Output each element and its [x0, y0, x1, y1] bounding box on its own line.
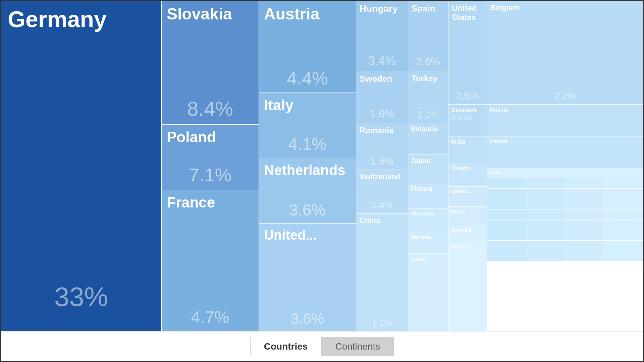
belgium-label: Belgium — [490, 3, 640, 12]
tiny-cell-27[interactable] — [565, 241, 604, 251]
tiny-cell-29[interactable] — [487, 251, 526, 261]
tiny-cell-15[interactable] — [565, 209, 604, 220]
tiny-cell-3[interactable] — [565, 178, 604, 188]
tiny-cell-19[interactable] — [565, 220, 604, 230]
treemap-cell-slovenia[interactable]: Slovenia — [408, 208, 448, 232]
treemap-cell-norway[interactable]: Norway — [408, 232, 448, 254]
tiny-cell-22[interactable] — [526, 230, 565, 240]
treemap-cell-ireland[interactable]: Ireland — [487, 136, 643, 168]
treemap-cell-russia[interactable]: Russia — [487, 105, 643, 136]
treemap-cell-us[interactable]: United States 2.5% — [448, 1, 487, 105]
tiny-cell-25[interactable] — [487, 241, 526, 251]
tiny-cell-31[interactable] — [565, 251, 604, 261]
tiny-cell-26[interactable] — [526, 241, 565, 251]
tiny-cell-8[interactable] — [604, 189, 643, 199]
tab-bar: Countries Continents — [1, 331, 643, 361]
russia-label: Russia — [490, 107, 508, 113]
tiny-cell-10[interactable] — [526, 199, 565, 209]
china-label: China — [360, 216, 405, 225]
treemap-cell-japan[interactable]: Japan — [408, 155, 448, 183]
treemap-cell-netherlands[interactable]: Netherlands 3.6% — [259, 158, 356, 224]
treemap-cell-israel[interactable]: Israel — [408, 254, 448, 331]
treemap-cell-slovakia[interactable]: Slovakia 8.4% — [162, 1, 259, 125]
treemap-cell-poland[interactable]: Poland 7.1% — [162, 125, 259, 190]
denmark-label: Denmark — [451, 107, 477, 113]
col-austria: Austria 4.4% Italy 4.1% Netherlands 3.6%… — [259, 1, 356, 331]
croatia-label: Croatia — [451, 165, 471, 172]
tiny-cell-5[interactable] — [487, 189, 526, 199]
treemap-cell-greece[interactable]: Greece — [448, 242, 487, 331]
tab-continents[interactable]: Continents — [321, 337, 394, 356]
treemap-cell-switzerland[interactable]: Switzerland 1.4% — [356, 170, 408, 214]
treemap-cell-turkey[interactable]: Turkey 1.1% — [408, 71, 448, 123]
netherlands-label: Netherlands — [264, 162, 351, 178]
tiny-cell-23[interactable] — [565, 230, 604, 240]
switzerland-label: Switzerland — [360, 173, 405, 181]
tiny-cell-32[interactable] — [604, 251, 643, 261]
sweden-pct: 1.6% — [360, 108, 405, 120]
tiny-cell-6[interactable] — [526, 189, 565, 199]
turkey-pct: 1.1% — [412, 109, 445, 120]
japan-label: Japan — [411, 157, 430, 164]
tiny-cell-14[interactable] — [526, 209, 565, 220]
tab-countries[interactable]: Countries — [250, 337, 322, 356]
tiny-cell-11[interactable] — [565, 199, 604, 209]
netherlands-pct: 3.6% — [264, 201, 351, 219]
tiny-cell-28[interactable] — [604, 241, 643, 251]
treemap-cell-united-dot[interactable]: United... — [448, 187, 487, 207]
treemap-cell-latvia[interactable]: Latvia — [487, 168, 643, 178]
col-middle: Slovakia 8.4% Poland 7.1% France 4.7% — [162, 1, 259, 331]
uk-label: United... — [264, 228, 351, 243]
micro-cells — [487, 178, 643, 331]
treemap-cell-india[interactable]: India — [448, 136, 487, 163]
tiny-cell-12[interactable] — [604, 199, 643, 209]
tiny-cell-9[interactable] — [487, 199, 526, 209]
tiny-cell-20[interactable] — [604, 220, 643, 230]
tiny-cell-16[interactable] — [604, 209, 643, 220]
treemap-cell-sweden[interactable]: Sweden 1.6% — [356, 71, 408, 123]
treemap-cell-bulgaria[interactable]: Bulgaria — [408, 123, 448, 155]
tiny-cell-30[interactable] — [526, 251, 565, 261]
spain-label: Spain — [412, 3, 445, 14]
poland-label: Poland — [167, 129, 254, 145]
israel-label: Israel — [411, 256, 426, 262]
tiny-cell-17[interactable] — [487, 220, 526, 230]
treemap-cell-spain[interactable]: Spain 2.6% — [408, 1, 448, 71]
treemap-cell-china[interactable]: China 1.1% — [356, 214, 408, 331]
tiny-cell-13[interactable] — [487, 209, 526, 220]
treemap-cell-denmark[interactable]: Denmark 0.94% — [448, 105, 487, 136]
tiny-cell-21[interactable] — [487, 230, 526, 240]
treemap-cell-uk[interactable]: United... 3.6% — [259, 224, 356, 331]
slovakia-label: Slovakia — [167, 5, 254, 23]
treemap-cell-austria[interactable]: Austria 4.4% — [259, 1, 356, 93]
greece-label: Greece — [451, 244, 467, 249]
treemap-cell-italy[interactable]: Italy 4.1% — [259, 93, 356, 158]
tiny-cell-4[interactable] — [604, 178, 643, 188]
sweden-label: Sweden — [360, 74, 405, 84]
switzerland-pct: 1.4% — [360, 200, 405, 210]
us-label: United States — [452, 3, 483, 22]
tiny-cell-24[interactable] — [604, 230, 643, 240]
france-label: France — [167, 194, 254, 211]
treemap-cell-france[interactable]: France 4.7% — [162, 190, 259, 331]
finland-label: Finland — [411, 185, 432, 192]
treemap-cell-finland[interactable]: Finland — [408, 183, 448, 208]
treemap-cell-hungary[interactable]: Hungary 3.4% — [356, 1, 408, 71]
col-belgium: Belgium 2.2% Russia Ireland Latvia — [487, 1, 643, 331]
tiny-cell-1[interactable] — [487, 178, 526, 188]
romania-label: Romania — [360, 126, 405, 135]
treemap-cell-croatia[interactable]: Croatia — [448, 163, 487, 187]
tiny-cell-18[interactable] — [526, 220, 565, 230]
treemap-cell-germany[interactable]: Germany 33% — [1, 1, 162, 331]
tiny-cell-7[interactable] — [565, 189, 604, 199]
denmark-pct: 0.94% — [451, 114, 484, 122]
treemap-cell-brazil[interactable]: Brazil — [448, 207, 487, 225]
spain-pct: 2.6% — [412, 56, 445, 68]
slovenia-label: Slovenia — [411, 210, 434, 217]
italy-label: Italy — [264, 97, 351, 114]
latvia-label: Latvia — [489, 170, 502, 175]
treemap-cell-romania[interactable]: Romania 1.6% — [356, 123, 408, 170]
tiny-cell-2[interactable] — [526, 178, 565, 188]
treemap-cell-australia[interactable]: Australia — [448, 225, 487, 242]
treemap-cell-belgium[interactable]: Belgium 2.2% — [487, 1, 643, 105]
